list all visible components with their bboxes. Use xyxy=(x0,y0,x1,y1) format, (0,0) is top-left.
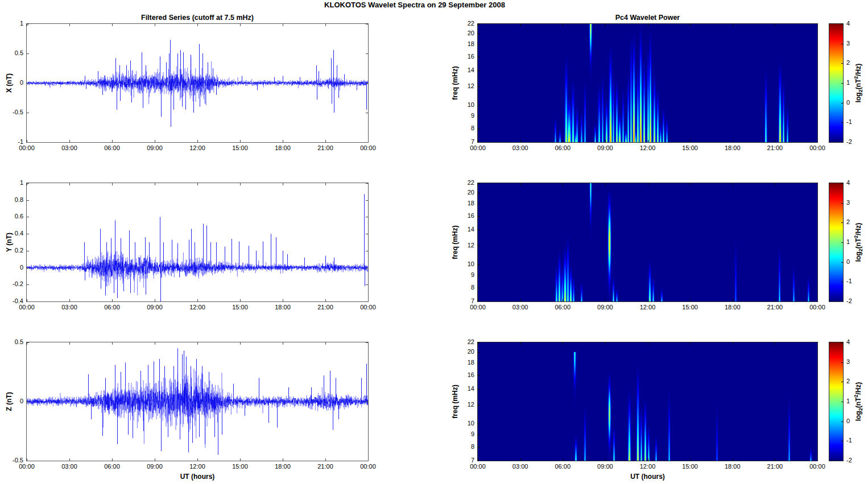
x-tick-label: 15:00 xyxy=(682,304,698,311)
spectrogram-y-canvas xyxy=(478,183,817,301)
y-tick-label: 12 xyxy=(449,82,474,89)
y-tick-label: 0.4 xyxy=(0,230,23,237)
timeseries-z-panel xyxy=(26,342,369,461)
y-tick-label: 0 xyxy=(0,79,23,86)
spectrogram-x-panel xyxy=(477,23,818,143)
x-tick-label: 18:00 xyxy=(725,144,741,151)
timeseries-x-panel xyxy=(26,23,369,143)
x-tick-label: 09:00 xyxy=(147,304,163,311)
colorbar-tick-label: -1 xyxy=(846,437,863,444)
x-tick-label: 18:00 xyxy=(275,304,291,311)
x-tick-label: 06:00 xyxy=(555,144,571,151)
x-tick-label: 00:00 xyxy=(809,463,825,470)
x-tick-label: 03:00 xyxy=(61,304,77,311)
x-tick-label: 21:00 xyxy=(767,304,783,311)
y-tick-label: 16 xyxy=(449,371,474,378)
x-tick-label: 06:00 xyxy=(104,304,120,311)
x-tick-label: 12:00 xyxy=(189,463,205,470)
colorbar-label-sub: 2 xyxy=(858,249,863,251)
y-tick-label: 10 xyxy=(449,420,474,427)
y-tick-label: 14 xyxy=(449,385,474,392)
y-tick-label: 9 xyxy=(449,271,474,278)
x-tick-label: 03:00 xyxy=(512,463,528,470)
x-tick-label: 12:00 xyxy=(189,144,205,151)
colorbar-tick-label: 2 xyxy=(846,59,863,66)
colorbar-tick-label: 0 xyxy=(846,417,863,424)
y-tick-label: 20 xyxy=(449,348,474,355)
x-tick-label: 12:00 xyxy=(640,463,656,470)
y-tick-label: 1 xyxy=(0,179,23,186)
y-tick-label: 16 xyxy=(449,212,474,219)
y-tick-label: 7 xyxy=(449,297,474,304)
colorbar-tick-label: 1 xyxy=(846,79,863,86)
x-tick-label: 09:00 xyxy=(597,144,613,151)
x-tick-label: 15:00 xyxy=(682,144,698,151)
x-tick-label: 00:00 xyxy=(19,463,35,470)
x-tick-label: 06:00 xyxy=(555,304,571,311)
x-tick-label: 21:00 xyxy=(317,304,333,311)
y-tick-label: -1 xyxy=(0,138,23,145)
y-tick-label: 7 xyxy=(449,457,474,464)
x-tick-label: 00:00 xyxy=(470,304,486,311)
colorbar-label-sup: 2 xyxy=(853,235,859,238)
x-tick-label: 00:00 xyxy=(470,144,486,151)
y-tick-label: 18 xyxy=(449,40,474,47)
timeseries-y-canvas xyxy=(27,183,368,301)
left-column-title: Filtered Series (cutoff at 7.5 mHz) xyxy=(27,14,368,22)
spectrogram-x-canvas xyxy=(478,24,817,142)
colorbar-tick-label: 3 xyxy=(846,199,863,206)
xlabel-right: UT (hours) xyxy=(478,473,817,481)
colorbar-tick-label: -2 xyxy=(846,457,863,464)
x-tick-label: 15:00 xyxy=(232,463,248,470)
x-tick-label: 15:00 xyxy=(682,463,698,470)
x-tick-label: 18:00 xyxy=(725,304,741,311)
y-tick-label: 0 xyxy=(0,398,23,404)
colorbar-tick-label: 4 xyxy=(846,179,863,186)
colorbar-tick-label: 3 xyxy=(846,40,863,47)
right-column-title: Pc4 Wavelet Power xyxy=(478,14,817,22)
colorbar-tick-label: -2 xyxy=(846,297,863,304)
x-tick-label: 21:00 xyxy=(317,463,333,470)
colorbar-tick-label: -2 xyxy=(846,138,863,145)
colorbar-tick-label: -1 xyxy=(846,118,863,125)
y-tick-label: -0.5 xyxy=(0,109,23,115)
y-tick-label: 9 xyxy=(449,112,474,119)
y-tick-label: 22 xyxy=(449,179,474,186)
colorbar-tick-label: -1 xyxy=(846,278,863,284)
y-tick-label: 0.8 xyxy=(0,196,23,203)
y-tick-label: 0.6 xyxy=(0,213,23,220)
x-tick-label: 03:00 xyxy=(512,144,528,151)
y-tick-label: 9 xyxy=(449,431,474,437)
x-tick-label: 18:00 xyxy=(275,463,291,470)
x-tick-label: 21:00 xyxy=(767,144,783,151)
x-tick-label: 06:00 xyxy=(555,463,571,470)
x-tick-label: 03:00 xyxy=(61,144,77,151)
y-tick-label: 8 xyxy=(449,443,474,450)
colorbar-label-sub: 2 xyxy=(858,89,863,92)
x-tick-label: 18:00 xyxy=(275,144,291,151)
colorbar-tick-label: 4 xyxy=(846,338,863,345)
x-tick-label: 06:00 xyxy=(104,144,120,151)
x-tick-label: 09:00 xyxy=(597,463,613,470)
x-tick-label: 09:00 xyxy=(597,304,613,311)
y-tick-label: 22 xyxy=(449,338,474,345)
x-tick-label: 12:00 xyxy=(640,144,656,151)
y-tick-label: 7 xyxy=(449,138,474,145)
y-tick-label: 10 xyxy=(449,260,474,267)
colorbar-tick-label: 0 xyxy=(846,99,863,106)
colorbar-tick-label: 2 xyxy=(846,378,863,384)
y-tick-label: 16 xyxy=(449,53,474,60)
y-tick-label: 14 xyxy=(449,67,474,73)
colorbar-tick-label: 4 xyxy=(846,20,863,27)
figure-root: KLOKOTOS Wavelet Spectra on 29 September… xyxy=(0,0,868,484)
y-tick-label: -0.2 xyxy=(0,280,23,287)
y-tick-label: -0.4 xyxy=(0,297,23,304)
x-tick-label: 00:00 xyxy=(19,144,35,151)
x-tick-label: 00:00 xyxy=(360,144,376,151)
x-tick-label: 18:00 xyxy=(725,463,741,470)
xlabel-left: UT (hours) xyxy=(27,473,368,481)
y-tick-label: 8 xyxy=(449,125,474,131)
x-tick-label: 00:00 xyxy=(809,304,825,311)
spectrogram-y-panel xyxy=(477,183,818,302)
y-tick-label: 1 xyxy=(0,20,23,27)
